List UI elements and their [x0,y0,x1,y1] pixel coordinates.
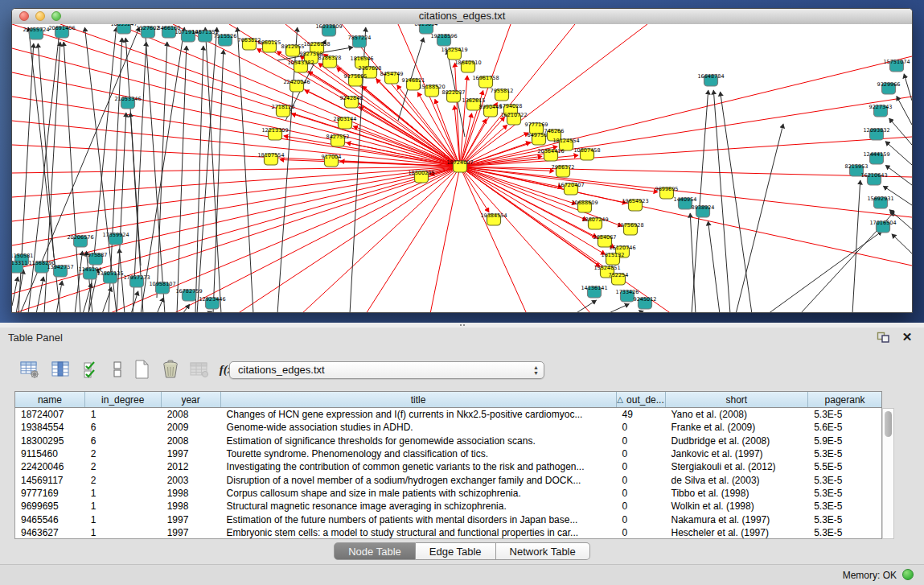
table-cell: 5.9E-5 [808,435,881,447]
svg-text:22420046: 22420046 [283,79,310,85]
table-vertical-scrollbar[interactable] [882,408,894,539]
table-header-row: namein_degreeyeartitle△out_de...shortpag… [14,391,882,408]
table-row[interactable]: 1456911722003Disruption of a novel membe… [15,473,881,486]
import-table-icon-disabled [187,357,211,381]
table-row[interactable]: 911546021997Tourette syndrome. Phenomeno… [15,447,881,460]
svg-text:7515526: 7515526 [214,33,237,39]
column-header-pagerank[interactable]: pagerank [808,392,881,407]
table-cell: 49 [617,409,666,420]
table-cell: 0 [617,488,666,499]
table-row[interactable]: 977716911998Corpus callosum shape and si… [15,487,881,500]
svg-text:9227343: 9227343 [869,104,893,110]
status-bar: Memory: OK [0,564,924,585]
svg-text:6794028: 6794028 [499,103,523,109]
tab-node-table[interactable]: Node Table [334,542,416,560]
table-cell: 5.3E-5 [808,527,881,538]
table-panel-header: Table Panel ✕ [0,328,924,349]
table-cell: 18724007 [15,409,85,420]
svg-text:8186328: 8186328 [318,55,342,61]
table-cell: 1997 [162,448,221,459]
svg-text:21053346: 21053346 [114,96,141,102]
svg-text:16033809: 16033809 [315,24,342,30]
table-cell: 0 [617,435,666,447]
delete-table-icon[interactable] [158,357,183,381]
svg-text:18807249: 18807249 [581,216,608,223]
table-cell: Investigating the contribution of common… [221,461,617,472]
select-rows-icon[interactable] [79,357,103,381]
float-panel-icon[interactable] [876,331,890,344]
svg-text:3313311: 3313311 [12,260,27,266]
svg-text:16782759: 16782759 [175,288,202,295]
column-header-year[interactable]: year [162,392,221,407]
network-table-selector[interactable]: citations_edges.txt ▲▼ [229,361,544,379]
table-row[interactable]: 1938455462009Genome-wide association stu… [15,421,881,434]
table-cell: 9115460 [15,448,85,459]
svg-text:17957273: 17957273 [123,274,150,281]
svg-text:18724007: 18724007 [446,159,473,166]
tab-edge-table[interactable]: Edge Table [416,542,496,560]
new-table-icon[interactable] [129,357,154,381]
network-canvas[interactable]: 1872400776638228660125891295518226058982… [12,24,912,312]
table-row[interactable]: 2242004622012Investigating the contribut… [15,460,881,473]
svg-text:12923446: 12923446 [199,296,225,303]
cited-node[interactable]: 752254 [609,272,629,286]
select-column-icon[interactable] [48,357,72,381]
svg-text:20206576: 20206576 [67,234,93,241]
table-cell: Nakamura et al. (1997) [666,514,809,525]
citation-network-graph[interactable]: 1872400776638228660125891295518226058982… [12,24,912,312]
table-row[interactable]: 946554611997Estimation of the future num… [15,513,881,525]
tab-network-table[interactable]: Network Table [496,542,590,560]
table-cell: 18300295 [15,435,85,447]
table-cell: Hescheler et al. (1997) [666,527,809,538]
table-panel-title: Table Panel [8,332,63,344]
svg-text:9329966: 9329966 [877,81,901,88]
close-panel-icon[interactable]: ✕ [900,331,914,344]
table-cell: de Silva et al. (2003) [666,475,809,486]
table-cell: Yano et al. (2008) [666,409,809,420]
svg-text:12093832: 12093832 [863,127,889,134]
table-cell: Franke et al. (2009) [666,422,809,433]
svg-text:10655247: 10655247 [110,24,137,27]
svg-text:20364416: 20364416 [537,148,564,154]
svg-text:9245012: 9245012 [634,296,657,303]
memory-status-indicator[interactable] [902,569,914,580]
svg-text:9975887: 9975887 [84,252,108,258]
svg-text:15524851: 15524851 [593,265,620,271]
svg-text:17359924: 17359924 [102,232,129,238]
column-header-name[interactable]: name [15,392,85,407]
svg-text:9777169: 9777169 [525,122,548,128]
network-window[interactable]: citations_edges.txt 18724007766382286601… [11,8,913,313]
network-window-titlebar[interactable]: citations_edges.txt [12,9,912,25]
table-cell: 1 [85,514,162,525]
table-cell: Genome-wide association studies in ADHD. [221,422,617,433]
table-row[interactable]: 1872400712008Changes of HCN gene express… [15,408,881,421]
table-cell: 6 [85,435,162,447]
table-cell: 2 [85,448,162,459]
memory-status-label: Memory: OK [843,570,897,581]
table-settings-icon[interactable] [18,357,42,381]
table-cell: Dudbridge et al. (2008) [666,435,809,447]
table-type-tabs: Node TableEdge TableNetwork Table [0,542,924,560]
table-cell: 1997 [162,514,221,525]
table-cell: 1 [85,409,162,420]
svg-text:12213309: 12213309 [261,127,288,134]
svg-text:9242848: 9242848 [340,95,363,101]
svg-text:19218596: 19218596 [430,33,457,39]
scrollbar-thumb[interactable] [885,411,892,437]
svg-text:20691406: 20691406 [48,25,75,31]
cited-node[interactable]: 917004 [322,154,342,167]
svg-text:1362615: 1362615 [462,97,486,104]
column-header-title[interactable]: title [221,392,617,407]
svg-text:8215953: 8215953 [845,163,869,170]
column-header-in_degree[interactable]: in_degree [85,392,162,407]
table-row[interactable]: 946362711997Embryonic stem cells: a mode… [15,526,881,539]
table-row[interactable]: 969969511998Structural magnetic resonanc… [15,500,881,513]
table-row[interactable]: 1830029562008Estimation of significance … [15,435,881,447]
table-cell: Tourette syndrome. Phenomenology and cla… [221,448,617,459]
clear-selection-icon[interactable] [105,357,129,381]
column-header-out_de[interactable]: △out_de... [617,392,666,407]
svg-text:13505135: 13505135 [97,270,123,277]
svg-text:16648784: 16648784 [697,73,724,80]
table-cell: Changes of HCN gene expression and I(f) … [221,409,617,420]
column-header-short[interactable]: short [666,392,809,407]
